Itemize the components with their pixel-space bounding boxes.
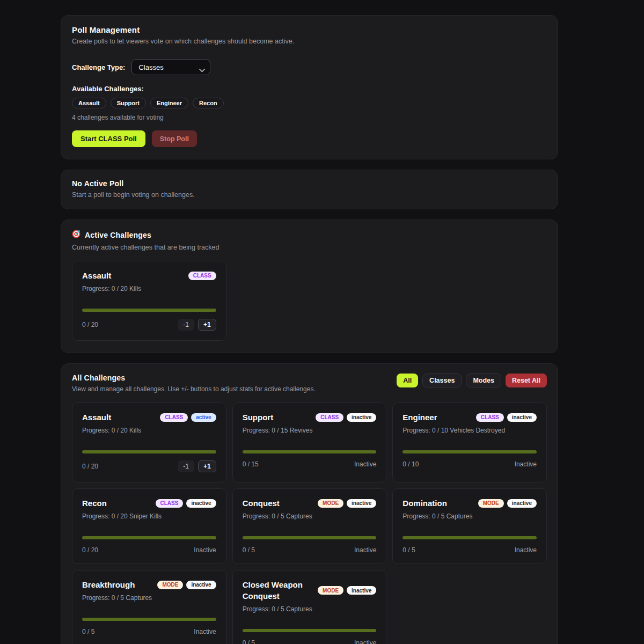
card-title: Domination: [402, 497, 447, 509]
progress-text: Progress: 0 / 5 Captures: [82, 594, 216, 602]
active-badge: active: [191, 413, 216, 422]
stop-poll-button[interactable]: Stop Poll: [152, 130, 197, 147]
progress-text: Progress: 0 / 5 Captures: [243, 513, 377, 520]
poll-status-subtitle: Start a poll to begin voting on challeng…: [72, 191, 547, 199]
poll-management-subtitle: Create polls to let viewers vote on whic…: [72, 38, 547, 45]
start-poll-button[interactable]: Start CLASS Poll: [72, 130, 145, 147]
progress-bar: [243, 629, 377, 632]
progress-bar: [82, 618, 216, 621]
inactive-status-text: Inactive: [354, 639, 376, 644]
progress-text: Progress: 0 / 5 Captures: [243, 605, 377, 613]
increment-button[interactable]: +1: [198, 460, 216, 472]
filter-all-button[interactable]: All: [397, 374, 418, 387]
active-challenges-subtitle: Currently active challenges that are bei…: [72, 244, 547, 251]
challenge-card-breakthrough: Breakthrough MODE inactive Progress: 0 /…: [72, 570, 226, 644]
available-challenges-label: Available Challenges:: [72, 85, 547, 93]
progress-counter: 0 / 5: [243, 546, 255, 554]
decrement-button[interactable]: -1: [178, 319, 194, 331]
progress-counter: 0 / 5: [402, 546, 415, 554]
card-title: Conquest: [243, 497, 280, 509]
progress-bar: [243, 450, 377, 453]
challenge-type-select-wrap: Classes: [131, 59, 210, 75]
inactive-status-text: Inactive: [354, 546, 376, 554]
filter-buttons: All Classes Modes Reset All: [397, 374, 547, 387]
challenge-chip-engineer: Engineer: [150, 98, 188, 108]
card-title: Breakthrough: [82, 579, 135, 590]
progress-counter: 0 / 5: [82, 628, 94, 635]
available-count-text: 4 challenges available for voting: [72, 114, 547, 121]
progress-counter: 0 / 5: [243, 639, 255, 644]
challenge-card-recon: Recon CLASS inactive Progress: 0 / 20 Sn…: [72, 488, 226, 564]
card-title: Assault: [82, 412, 111, 423]
card-title: Assault: [82, 270, 111, 281]
challenge-type-select[interactable]: Classes: [131, 59, 210, 75]
progress-bar: [243, 536, 377, 539]
inactive-status-text: Inactive: [194, 546, 216, 554]
all-challenges-subtitle: View and manage all challenges. Use +/- …: [72, 385, 316, 393]
progress-text: Progress: 0 / 10 Vehicles Destroyed: [402, 427, 537, 434]
class-badge: CLASS: [476, 413, 504, 422]
all-challenges-grid: Assault CLASS active Progress: 0 / 20 Ki…: [72, 402, 547, 644]
progress-bar: [402, 536, 537, 539]
all-challenges-title: All Challenges: [72, 374, 316, 382]
poll-management-panel: Poll Management Create polls to let view…: [61, 15, 558, 159]
card-title: Support: [243, 412, 274, 423]
progress-counter: 0 / 20: [82, 463, 98, 470]
mode-badge: MODE: [478, 499, 504, 508]
inactive-status-text: Inactive: [515, 546, 537, 554]
progress-counter: 0 / 20: [82, 321, 98, 328]
reset-all-button[interactable]: Reset All: [506, 374, 547, 387]
mode-badge: MODE: [318, 586, 343, 595]
class-badge: CLASS: [188, 272, 216, 280]
active-challenges-grid: Assault CLASS Progress: 0 / 20 Kills 0 /…: [72, 261, 547, 341]
mode-badge: MODE: [157, 581, 183, 589]
filter-modes-button[interactable]: Modes: [466, 374, 501, 387]
page-content: Poll Management Create polls to let view…: [61, 0, 558, 644]
progress-text: Progress: 0 / 20 Kills: [82, 285, 216, 292]
active-challenges-title: Active Challenges: [85, 231, 151, 239]
all-challenges-panel: All Challenges View and manage all chall…: [61, 363, 558, 644]
challenge-card-assault: Assault CLASS active Progress: 0 / 20 Ki…: [72, 402, 226, 482]
increment-button[interactable]: +1: [198, 319, 216, 331]
poll-status-panel: No Active Poll Start a poll to begin vot…: [61, 170, 558, 209]
progress-bar: [402, 450, 537, 453]
challenge-card-engineer: Engineer CLASS inactive Progress: 0 / 10…: [392, 402, 547, 482]
poll-buttons-row: Start CLASS Poll Stop Poll: [72, 130, 547, 147]
progress-bar: [82, 309, 216, 312]
challenge-chip-assault: Assault: [72, 98, 106, 108]
inactive-badge: inactive: [186, 499, 216, 508]
active-challenge-card-assault: Assault CLASS Progress: 0 / 20 Kills 0 /…: [72, 261, 226, 341]
target-icon: [72, 230, 80, 240]
card-title: Recon: [82, 497, 107, 509]
available-challenges-list: Assault Support Engineer Recon: [72, 98, 547, 108]
progress-counter: 0 / 20: [82, 546, 98, 554]
card-title: Closed Weapon Conquest: [243, 579, 313, 602]
decrement-button[interactable]: -1: [178, 460, 194, 472]
progress-text: Progress: 0 / 20 Kills: [82, 427, 216, 434]
poll-management-title: Poll Management: [72, 25, 547, 34]
challenge-type-row: Challenge Type: Classes: [72, 59, 547, 75]
progress-bar: [82, 450, 216, 453]
challenge-card-closed-weapon-conquest: Closed Weapon Conquest MODE inactive Pro…: [232, 570, 387, 644]
class-badge: CLASS: [160, 413, 188, 422]
mode-badge: MODE: [318, 499, 343, 508]
inactive-status-text: Inactive: [194, 628, 216, 635]
inactive-status-text: Inactive: [515, 460, 537, 468]
challenge-card-conquest: Conquest MODE inactive Progress: 0 / 5 C…: [232, 488, 387, 564]
challenge-chip-support: Support: [111, 98, 146, 108]
inactive-badge: inactive: [186, 581, 216, 589]
active-challenges-panel: Active Challenges Currently active chall…: [61, 219, 558, 353]
inactive-status-text: Inactive: [354, 460, 376, 468]
challenge-chip-recon: Recon: [193, 98, 224, 108]
challenge-card-domination: Domination MODE inactive Progress: 0 / 5…: [392, 488, 547, 564]
challenge-type-label: Challenge Type:: [72, 63, 125, 71]
progress-text: Progress: 0 / 20 Sniper Kills: [82, 513, 216, 520]
all-challenges-header: All Challenges View and manage all chall…: [72, 374, 547, 393]
inactive-badge: inactive: [347, 413, 376, 422]
filter-classes-button[interactable]: Classes: [422, 374, 462, 387]
progress-text: Progress: 0 / 5 Captures: [402, 513, 537, 520]
card-title: Engineer: [402, 412, 437, 423]
inactive-badge: inactive: [507, 413, 537, 422]
class-badge: CLASS: [316, 413, 343, 422]
inactive-badge: inactive: [347, 586, 376, 595]
